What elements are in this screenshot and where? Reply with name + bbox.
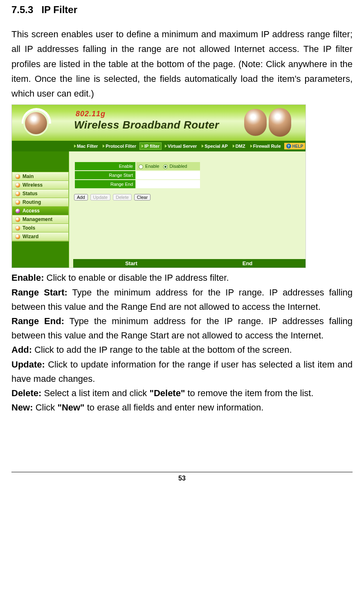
update-button[interactable]: Update (90, 194, 110, 201)
chevron-right-icon (202, 144, 204, 148)
delete-button[interactable]: Delete (113, 194, 132, 201)
sidebar-menu: Main Wireless Status Routing Access Mana… (12, 172, 69, 241)
product-title: Wireless Broadband Router (74, 119, 219, 131)
ip-filter-form: Enable Enable Disabled Range Start Range… (74, 161, 201, 189)
sidebar-item-label: Routing (22, 199, 41, 205)
nav-label: IP filter (144, 144, 160, 149)
sidebar-item-label: Status (22, 191, 38, 196)
sidebar-item-label: Wireless (22, 182, 43, 188)
wifi-standard: 802.11g (76, 110, 106, 118)
sidebar-item-label: Tools (22, 225, 35, 231)
radio-disabled-label: Disabled (170, 164, 187, 169)
nav-label: Virtual Server (168, 144, 197, 149)
avatar-right-2 (269, 108, 291, 137)
def-update: Update: Click to update information for … (11, 357, 353, 386)
bullet-icon (16, 234, 20, 239)
bullet-icon (16, 183, 20, 187)
radio-enable-label: Enable (145, 164, 159, 169)
nav-firewall-rule[interactable]: Firewall Rule (249, 143, 283, 149)
section-heading: 7.5.3 IP Filter (11, 4, 353, 16)
nav-label: Protocol Filter (106, 144, 136, 149)
sidebar-item-wizard[interactable]: Wizard (12, 232, 68, 241)
bullet-icon (16, 217, 20, 222)
banner: 802.11g Wireless Broadband Router (12, 105, 306, 141)
def-range-start: Range Start: Type the minimum address fo… (11, 285, 353, 314)
def-new: New: Click "New" to erase all fields and… (11, 400, 353, 415)
nav-dmz[interactable]: DMZ (231, 143, 247, 149)
avatar-right-1 (244, 109, 267, 136)
sidebar-item-routing[interactable]: Routing (12, 198, 68, 207)
def-delete: Delete: Select a list item and click "De… (11, 386, 353, 400)
radio-enable[interactable] (139, 165, 143, 169)
content-pane: Enable Enable Disabled Range Start Range… (69, 151, 306, 268)
def-range-end: Range End: Type the minimum address for … (11, 314, 353, 343)
sub-navbar: Mac Filter Protocol Filter IP filter Vir… (12, 141, 306, 151)
enable-value: Enable Disabled (136, 162, 200, 171)
nav-virtual-server[interactable]: Virtual Server (163, 143, 198, 149)
sidebar-item-label: Access (22, 208, 40, 214)
help-label: HELP (292, 144, 303, 149)
chevron-right-icon (74, 144, 76, 148)
nav-mac-filter[interactable]: Mac Filter (72, 143, 99, 149)
nav-protocol-filter[interactable]: Protocol Filter (101, 143, 138, 149)
sidebar-item-access[interactable]: Access (12, 207, 68, 215)
clear-button[interactable]: Clear (134, 194, 151, 201)
range-start-label: Range Start (74, 171, 136, 180)
nav-label: Mac Filter (77, 144, 98, 149)
chevron-right-icon (233, 144, 235, 148)
sidebar-item-label: Main (22, 174, 34, 179)
col-start: Start (73, 259, 189, 268)
sidebar-item-tools[interactable]: Tools (12, 224, 68, 232)
profile-table-header: Start End (69, 259, 306, 268)
page-number: 53 (178, 475, 186, 482)
sidebar-item-label: Management (22, 216, 52, 222)
bullet-icon (16, 200, 20, 205)
add-button[interactable]: Add (74, 194, 88, 201)
enable-label: Enable (74, 162, 136, 171)
nav-label: Special AP (204, 144, 227, 149)
nav-label: Firewall Rule (253, 144, 281, 149)
sidebar: Main Wireless Status Routing Access Mana… (12, 151, 69, 268)
bullet-icon (16, 226, 20, 230)
nav-special-ap[interactable]: Special AP (200, 143, 229, 149)
avatar-left (23, 110, 49, 136)
nav-ip-filter[interactable]: IP filter (139, 142, 162, 150)
chevron-right-icon (103, 144, 105, 148)
range-start-field[interactable] (136, 171, 200, 180)
bullet-icon (16, 174, 20, 179)
sidebar-item-label: Wizard (22, 234, 38, 239)
intro-paragraph: This screen enables user to define a min… (11, 27, 353, 101)
range-end-field[interactable] (136, 180, 200, 189)
page-footer: 53 (11, 472, 353, 482)
section-number: 7.5.3 (11, 4, 33, 15)
router-screenshot: 802.11g Wireless Broadband Router Mac Fi… (11, 104, 306, 268)
chevron-right-icon (142, 144, 144, 148)
range-end-label: Range End (74, 180, 136, 189)
sidebar-item-main[interactable]: Main (12, 172, 68, 181)
definitions: Enable: Click to enable or disable the I… (11, 271, 353, 415)
nav-label: DMZ (236, 144, 245, 149)
def-enable: Enable: Click to enable or disable the I… (11, 271, 353, 285)
sidebar-item-status[interactable]: Status (12, 189, 68, 198)
action-row: Add Update Delete Clear (74, 194, 301, 201)
bullet-icon (16, 192, 20, 196)
radio-disabled[interactable] (163, 165, 168, 169)
sidebar-item-wireless[interactable]: Wireless (12, 181, 68, 189)
section-title: IP Filter (41, 4, 77, 15)
col-end: End (189, 259, 306, 268)
def-add: Add: Click to add the IP range to the ta… (11, 343, 353, 357)
sidebar-item-management[interactable]: Management (12, 215, 68, 224)
chevron-right-icon (165, 144, 167, 148)
help-button[interactable]: HELP (284, 143, 306, 149)
chevron-right-icon (250, 144, 252, 148)
bullet-icon (16, 209, 20, 213)
